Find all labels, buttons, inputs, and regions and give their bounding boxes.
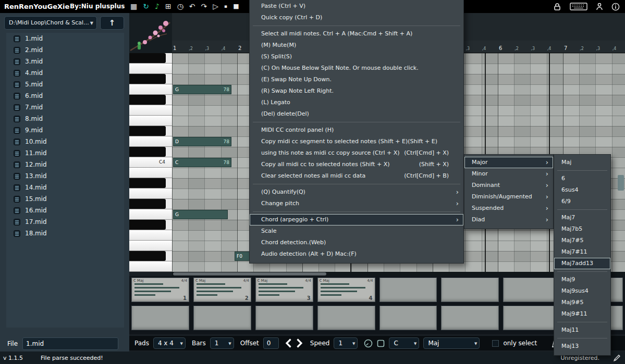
file-list-item[interactable]: 17.mid	[6, 216, 124, 228]
midi-note[interactable]: D78	[173, 137, 231, 146]
black-key[interactable]	[129, 74, 172, 84]
black-key[interactable]	[129, 220, 172, 230]
pad-empty[interactable]	[503, 306, 561, 330]
horizontal-scrollbar-thumb[interactable]	[173, 272, 326, 275]
chord-type-menu-item[interactable]: Suspended›	[464, 203, 553, 214]
file-list-item[interactable]: 12.mid	[6, 159, 124, 170]
file-name-input[interactable]	[22, 337, 118, 350]
pad-empty[interactable]	[193, 306, 251, 330]
file-list-item[interactable]: 13.mid	[6, 170, 124, 182]
chord-menu-item[interactable]: Maj9#11	[554, 308, 610, 320]
context-menu-item[interactable]: using this note as midi cc copy source (…	[250, 147, 463, 159]
white-key[interactable]	[129, 189, 172, 199]
context-menu-item[interactable]: (E) Swap Note Up Down.	[250, 74, 463, 85]
stop-icon[interactable]: ■	[233, 0, 239, 13]
pad-empty[interactable]	[317, 306, 375, 330]
pad-empty[interactable]	[441, 306, 499, 330]
chord-type-menu-item[interactable]: Major›	[464, 157, 553, 168]
chord-type-menu-item[interactable]: Diminish/Augmented›	[464, 191, 553, 203]
white-key[interactable]	[129, 64, 172, 74]
white-key[interactable]	[129, 116, 172, 126]
white-key[interactable]	[129, 105, 172, 116]
file-list-item[interactable]: 18.mid	[6, 228, 124, 239]
pencil-icon[interactable]	[613, 354, 621, 362]
prev-pad-button[interactable]	[285, 338, 292, 348]
context-menu-item[interactable]: (M) Mute(M)	[250, 40, 463, 51]
context-menu-item[interactable]: Clear selected notes all midi cc data(Ct…	[250, 170, 463, 182]
context-menu-item[interactable]: Copy all midi cc to selected notes (Shif…	[250, 159, 463, 170]
file-list-item[interactable]: 6.mid	[6, 90, 124, 102]
pad-empty[interactable]	[379, 306, 437, 330]
clock-icon[interactable]: ◷	[177, 0, 183, 13]
pad-empty[interactable]	[255, 306, 313, 330]
next-pad-button[interactable]	[296, 338, 303, 348]
context-menu-item[interactable]: (Q) Quantify(Q)›	[250, 186, 463, 198]
white-key[interactable]	[129, 168, 172, 178]
black-key[interactable]	[129, 95, 172, 105]
pad-filled[interactable]: C Maj4/44	[317, 278, 375, 302]
undo-icon[interactable]: ↶	[189, 0, 195, 13]
chord-dropdown[interactable]: Maj ▼	[423, 337, 480, 349]
midi-note[interactable]: G78	[173, 85, 231, 94]
context-menu-item[interactable]: (Del) delete(Del)	[250, 108, 463, 120]
chord-menu-item[interactable]: 6sus4	[554, 184, 610, 196]
dial-icon[interactable]	[364, 339, 373, 348]
file-list-item[interactable]: 3.mid	[6, 56, 124, 67]
chord-menu-item[interactable]: Maj7	[554, 212, 610, 223]
chord-menu-item[interactable]: Maj9#5	[554, 297, 610, 308]
context-menu-item[interactable]: MIDI CC control panel (H)	[250, 124, 463, 136]
speed-dropdown[interactable]: 1 ▼	[334, 337, 358, 349]
file-list-item[interactable]: 7.mid	[6, 102, 124, 113]
midi-note[interactable]: C78	[173, 158, 231, 167]
context-menu-item[interactable]: (L) Legato	[250, 97, 463, 108]
pad-filled[interactable]: C Maj4/42	[193, 278, 251, 302]
key-dropdown[interactable]: C ▼	[389, 337, 419, 349]
bars-dropdown[interactable]: 1 ▼	[210, 337, 234, 349]
open-folder-button[interactable]: ↑	[100, 16, 124, 30]
vertical-scrollbar-thumb[interactable]	[618, 175, 624, 191]
pad-filled[interactable]: C Maj4/41	[131, 278, 189, 302]
chord-menu-item[interactable]: Maj7#11	[554, 246, 610, 258]
only-select-checkbox[interactable]	[492, 340, 499, 347]
redo-icon[interactable]: ↷	[201, 0, 207, 13]
chord-menu-item[interactable]: Maj11	[554, 324, 610, 336]
context-menu-item[interactable]: Quick copy (Ctrl + D)	[250, 12, 463, 23]
file-list-item[interactable]: 9.mid	[6, 124, 124, 136]
chord-menu-item[interactable]: Maj9	[554, 274, 610, 285]
user-icon[interactable]	[596, 3, 603, 11]
context-menu-item[interactable]: Scale	[250, 225, 463, 237]
chord-menu-item[interactable]: Maj9sus4	[554, 285, 610, 297]
dot-icon[interactable]: ▪	[224, 0, 227, 13]
context-menu-item[interactable]: Select all midi notes. Ctrl + A (Mac:Cmd…	[250, 28, 463, 40]
square-icon[interactable]	[377, 340, 385, 347]
context-menu-item[interactable]: (R) Swap Note Left Right.	[250, 85, 463, 97]
chord-menu-item[interactable]: 6	[554, 173, 610, 184]
file-list-item[interactable]: 5.mid	[6, 79, 124, 90]
pad-empty[interactable]	[379, 278, 437, 302]
black-key[interactable]	[129, 199, 172, 209]
context-menu-item[interactable]: Chord detection.(Web)	[250, 237, 463, 248]
chord-menu-item[interactable]: Maj13	[554, 341, 610, 352]
folder-path-dropdown[interactable]: D:\Midi Loop\Chord & Scal... ▼	[4, 16, 97, 30]
loop-icon[interactable]: ↻	[143, 0, 149, 13]
context-menu-item[interactable]: Chord (arpeggio + Ctrl)›	[250, 214, 463, 225]
info-icon[interactable]	[611, 3, 620, 11]
chord-menu-item[interactable]: Maj7add13	[554, 258, 610, 269]
white-key[interactable]	[129, 261, 172, 272]
black-key[interactable]	[129, 251, 172, 261]
context-menu-item[interactable]: (C) On Mouse Below Split Note. Or mouse …	[250, 62, 463, 74]
play-icon[interactable]: ▷	[213, 0, 218, 13]
file-list-item[interactable]: 2.mid	[6, 44, 124, 56]
white-key[interactable]	[129, 241, 172, 251]
file-list-item[interactable]: 15.mid	[6, 193, 124, 205]
white-key[interactable]	[129, 84, 172, 95]
black-key[interactable]	[129, 147, 172, 157]
white-key[interactable]	[129, 209, 172, 220]
chord-menu-item[interactable]: Maj	[554, 157, 610, 168]
white-key[interactable]	[129, 230, 172, 241]
file-list-item[interactable]: 1.mid	[6, 33, 124, 44]
pad-empty[interactable]	[441, 278, 499, 302]
white-key[interactable]: C4	[129, 157, 172, 168]
black-key[interactable]	[129, 178, 172, 189]
black-key[interactable]	[129, 53, 172, 64]
